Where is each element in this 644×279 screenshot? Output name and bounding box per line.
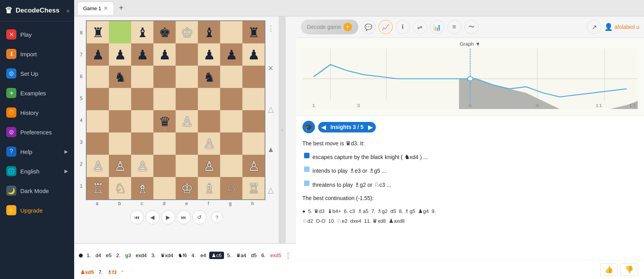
square-d4[interactable]: ♛↓: [153, 110, 176, 132]
square-h8[interactable]: ♜: [242, 21, 265, 43]
move-token[interactable]: e5: [104, 252, 113, 259]
move-token[interactable]: exd4: [134, 252, 148, 259]
square-h1[interactable]: ♖: [242, 177, 265, 199]
square-g3[interactable]: [220, 132, 242, 155]
move-token[interactable]: 7.: [97, 268, 104, 276]
square-b5[interactable]: [109, 88, 131, 110]
move-token[interactable]: d4: [94, 252, 103, 259]
square-b6[interactable]: ♞: [109, 66, 131, 88]
board-settings-button[interactable]: ✕: [268, 64, 274, 73]
square-h3[interactable]: [242, 132, 265, 155]
tab-close-button[interactable]: ✕: [103, 5, 108, 11]
chart-line-button[interactable]: 📈: [379, 20, 393, 34]
sidebar-item-help[interactable]: ? Help ▶: [0, 142, 74, 161]
square-g5[interactable]: [220, 88, 242, 110]
decode-game-button[interactable]: Decode game +: [301, 20, 358, 34]
move-token-orange2[interactable]: ♗f3: [106, 268, 118, 276]
move-token-green[interactable]: g3: [124, 252, 133, 259]
square-c6[interactable]: [131, 66, 153, 88]
square-c4[interactable]: [131, 110, 153, 132]
sidebar-item-upgrade[interactable]: ⚡ Upgrade: [0, 200, 74, 220]
square-g6[interactable]: [220, 66, 242, 88]
new-tab-button[interactable]: +: [116, 3, 126, 14]
square-b8[interactable]: [109, 21, 131, 43]
square-c5[interactable]: [131, 88, 153, 110]
square-c8[interactable]: ♝: [131, 21, 153, 43]
move-token[interactable]: 1.: [85, 252, 93, 259]
move-token[interactable]: e4: [199, 252, 208, 259]
move-token[interactable]: 3.: [150, 252, 157, 259]
square-h6[interactable]: [242, 66, 265, 88]
user-profile-button[interactable]: 👤 afolabiol u: [604, 23, 639, 31]
square-d7[interactable]: ♟: [153, 43, 176, 66]
square-g4[interactable]: [220, 110, 242, 132]
thumbs-up-button[interactable]: 👍: [600, 263, 617, 276]
move-token[interactable]: ♛xd4: [159, 252, 175, 259]
move-token-star[interactable]: *: [120, 268, 125, 276]
square-f4[interactable]: [198, 110, 220, 132]
sidebar-item-import[interactable]: ⬇ Import: [0, 44, 74, 64]
list-button[interactable]: ≡: [447, 20, 461, 34]
activity-button[interactable]: 〜: [464, 20, 479, 34]
sidebar-item-english[interactable]: 🌐 English ▶: [0, 161, 74, 181]
square-b1[interactable]: ♘: [109, 177, 131, 199]
square-c7[interactable]: ♟: [131, 43, 153, 66]
board-option-button[interactable]: ⋮: [267, 24, 274, 33]
move-token[interactable]: d5: [249, 252, 258, 259]
square-a1[interactable]: ♖: [87, 177, 109, 199]
square-c3[interactable]: [131, 132, 153, 155]
prev-move-button[interactable]: ◀: [146, 210, 160, 224]
sidebar-item-play[interactable]: ✕ Play: [0, 25, 74, 44]
move-more-button[interactable]: ⋮: [285, 251, 292, 260]
square-g1[interactable]: ♘: [220, 177, 242, 199]
move-token-orange[interactable]: ♟xd5: [79, 268, 95, 276]
chess-board[interactable]: ♜♝♚♔♝♜♟♟♟♟♟♟♟♞♞♛↓♙♙♙♙♙♙♙♖♘♗♔♗♘♖: [86, 20, 265, 200]
square-f6[interactable]: ♞: [198, 66, 220, 88]
move-token[interactable]: ♛a4: [235, 252, 248, 259]
move-token[interactable]: 5.: [226, 252, 233, 259]
sidebar-item-history[interactable]: ⏱ History: [0, 103, 74, 122]
move-token-active[interactable]: ♟c6: [209, 252, 224, 259]
square-g2[interactable]: [220, 155, 242, 177]
share-button[interactable]: ↗: [587, 20, 601, 34]
square-d5[interactable]: [153, 88, 176, 110]
panel-collapse-handle[interactable]: ›: [279, 16, 286, 243]
sidebar-collapse-button[interactable]: «: [66, 7, 69, 14]
insights-prev-button[interactable]: ◀: [321, 123, 326, 131]
square-d1[interactable]: [153, 177, 176, 199]
square-e5[interactable]: [176, 88, 198, 110]
sidebar-item-darkmode[interactable]: 🌙 Dark Mode: [0, 181, 74, 200]
move-token[interactable]: 4.: [190, 252, 197, 259]
square-c2[interactable]: ♙: [131, 155, 153, 177]
square-g7[interactable]: ♟: [220, 43, 242, 66]
square-a8[interactable]: ♜: [87, 21, 109, 43]
square-e4[interactable]: ♙: [176, 110, 198, 132]
square-f7[interactable]: ♟: [198, 43, 220, 66]
cross-arrows-button[interactable]: ⇌: [413, 20, 427, 34]
square-a4[interactable]: [87, 110, 109, 132]
square-b2[interactable]: ♙: [109, 155, 131, 177]
flip-board-button[interactable]: ↺: [192, 210, 206, 224]
square-f3[interactable]: ♙: [198, 132, 220, 155]
square-f2[interactable]: ♙: [198, 155, 220, 177]
comment-button[interactable]: 💬: [361, 20, 375, 34]
first-move-button[interactable]: ⏮: [130, 210, 144, 224]
move-token[interactable]: 2.: [115, 252, 122, 259]
square-b3[interactable]: [109, 132, 131, 155]
square-h7[interactable]: ♟: [242, 43, 265, 66]
thumbs-down-button[interactable]: 👎: [621, 263, 638, 276]
square-a6[interactable]: [87, 66, 109, 88]
square-h4[interactable]: [242, 110, 265, 132]
insights-next-button[interactable]: ▶: [368, 123, 373, 131]
square-a7[interactable]: ♟: [87, 43, 109, 66]
move-token[interactable]: 6.: [260, 252, 267, 259]
square-e3[interactable]: [176, 132, 198, 155]
square-d8[interactable]: ♚: [153, 21, 176, 43]
square-f8[interactable]: ♝: [198, 21, 220, 43]
square-h5[interactable]: [242, 88, 265, 110]
last-move-button[interactable]: ⏭: [177, 210, 191, 224]
bar-chart-button[interactable]: 📊: [430, 20, 444, 34]
square-h2[interactable]: ♙: [242, 155, 265, 177]
square-e2[interactable]: [176, 155, 198, 177]
move-token[interactable]: ♞f6: [176, 252, 189, 259]
